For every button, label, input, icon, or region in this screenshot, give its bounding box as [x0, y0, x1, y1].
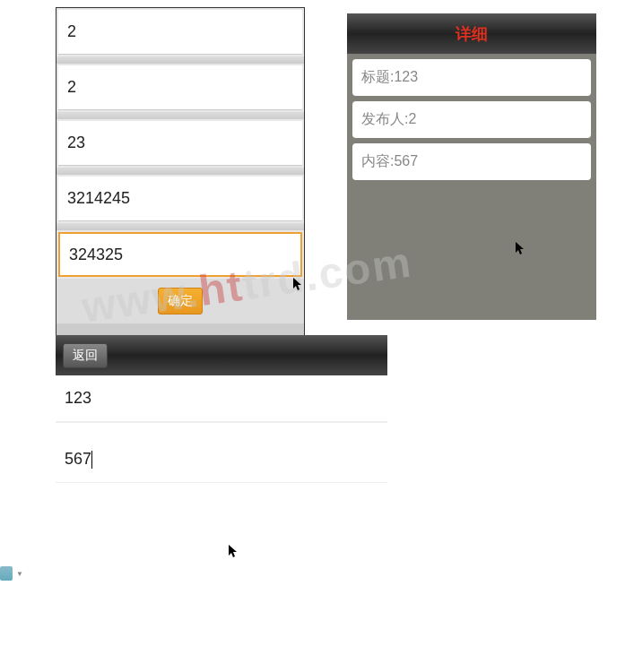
button-area: 确定: [56, 279, 304, 323]
input-value: 2: [67, 78, 76, 97]
detail-row-title: 标题:123: [352, 59, 591, 96]
chevron-down-icon: ▼: [16, 570, 23, 578]
input-value: 324325: [69, 246, 123, 264]
editor-header: 返回: [56, 335, 387, 375]
confirm-button[interactable]: 确定: [158, 288, 203, 314]
detail-row-publisher: 发布人:2: [352, 101, 591, 138]
back-button[interactable]: 返回: [63, 343, 108, 368]
form-panel: 2 2 23 3214245 324325 确定: [56, 7, 305, 341]
file-dropdown-icon[interactable]: ▼: [0, 566, 23, 581]
input-value: 2: [67, 22, 76, 41]
input-field-4[interactable]: 3214245: [58, 177, 302, 221]
input-field-3[interactable]: 23: [58, 121, 302, 166]
separator: [56, 223, 304, 230]
editor-panel: 返回 123 567: [56, 335, 387, 672]
detail-panel: 详细 标题:123 发布人:2 内容:567: [347, 13, 596, 320]
detail-header: 详细: [347, 13, 596, 54]
separator: [56, 56, 304, 64]
separator: [56, 168, 304, 175]
separator: [56, 112, 304, 119]
title-value: 123: [65, 389, 91, 407]
input-value: 3214245: [67, 189, 130, 208]
text-cursor-icon: [91, 451, 92, 469]
document-icon: [0, 566, 13, 581]
title-input[interactable]: 123: [56, 375, 387, 423]
content-value: 567: [65, 450, 91, 468]
detail-row-content: 内容:567: [352, 143, 591, 180]
input-field-2[interactable]: 2: [58, 65, 302, 110]
input-field-1[interactable]: 2: [58, 10, 302, 55]
detail-title: 详细: [456, 23, 488, 45]
input-field-5[interactable]: 324325: [58, 232, 302, 277]
input-value: 23: [67, 134, 85, 152]
content-input[interactable]: 567: [56, 423, 387, 482]
content-area[interactable]: [56, 482, 387, 672]
